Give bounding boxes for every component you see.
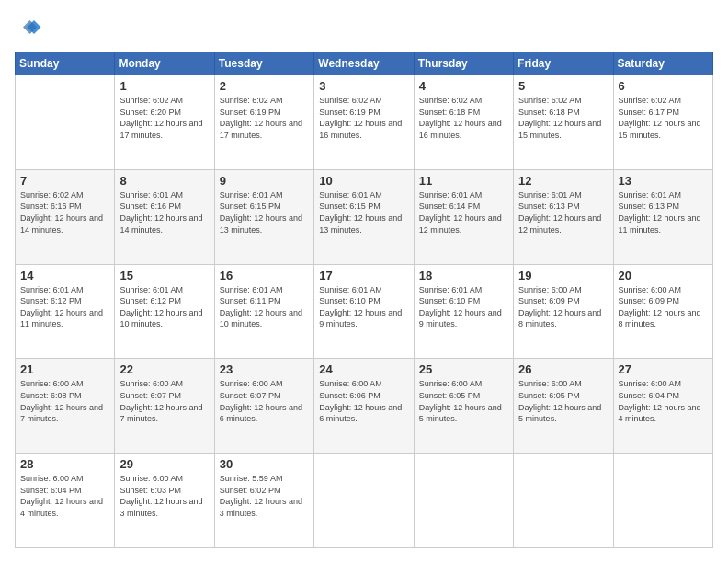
calendar-cell: 2Sunrise: 6:02 AMSunset: 6:19 PMDaylight…: [214, 75, 313, 170]
day-number: 15: [119, 269, 209, 282]
calendar-cell: 21Sunrise: 6:00 AMSunset: 6:08 PMDayligh…: [16, 359, 115, 454]
weekday-header-tuesday: Tuesday: [214, 52, 313, 75]
calendar-cell: 7Sunrise: 6:02 AMSunset: 6:16 PMDaylight…: [16, 169, 115, 264]
day-info: Sunrise: 6:00 AMSunset: 6:03 PMDaylight:…: [119, 473, 209, 519]
day-number: 2: [220, 79, 309, 93]
day-info: Sunrise: 5:59 AMSunset: 6:02 PMDaylight:…: [220, 473, 309, 519]
calendar-cell: 9Sunrise: 6:01 AMSunset: 6:15 PMDaylight…: [214, 169, 313, 264]
day-number: 3: [319, 79, 408, 93]
day-info: Sunrise: 6:02 AMSunset: 6:19 PMDaylight:…: [319, 95, 408, 141]
calendar-cell: 10Sunrise: 6:01 AMSunset: 6:15 PMDayligh…: [314, 169, 414, 264]
calendar-cell: 19Sunrise: 6:00 AMSunset: 6:09 PMDayligh…: [514, 264, 613, 359]
day-info: Sunrise: 6:01 AMSunset: 6:16 PMDaylight:…: [119, 190, 209, 236]
day-info: Sunrise: 6:01 AMSunset: 6:13 PMDaylight:…: [619, 190, 708, 236]
calendar-cell: 11Sunrise: 6:01 AMSunset: 6:14 PMDayligh…: [414, 169, 513, 264]
day-number: 28: [20, 457, 109, 471]
calendar-cell: 18Sunrise: 6:01 AMSunset: 6:10 PMDayligh…: [414, 264, 513, 359]
day-number: 7: [20, 174, 109, 188]
weekday-header-row: SundayMondayTuesdayWednesdayThursdayFrid…: [16, 52, 713, 75]
day-number: 9: [220, 174, 309, 188]
calendar-cell: 23Sunrise: 6:00 AMSunset: 6:07 PMDayligh…: [214, 359, 313, 454]
day-number: 26: [518, 362, 608, 376]
day-info: Sunrise: 6:00 AMSunset: 6:05 PMDaylight:…: [419, 378, 508, 424]
weekday-header-saturday: Saturday: [613, 52, 712, 75]
day-info: Sunrise: 6:01 AMSunset: 6:12 PMDaylight:…: [20, 284, 109, 330]
day-number: 30: [220, 457, 309, 471]
calendar-cell: 27Sunrise: 6:00 AMSunset: 6:04 PMDayligh…: [613, 359, 712, 454]
calendar-cell: [16, 75, 115, 170]
calendar-cell: 16Sunrise: 6:01 AMSunset: 6:11 PMDayligh…: [214, 264, 313, 359]
calendar-cell: 12Sunrise: 6:01 AMSunset: 6:13 PMDayligh…: [514, 169, 613, 264]
calendar-cell: 15Sunrise: 6:01 AMSunset: 6:12 PMDayligh…: [115, 264, 214, 359]
calendar-cell: 1Sunrise: 6:02 AMSunset: 6:20 PMDaylight…: [115, 75, 214, 170]
day-number: 23: [220, 362, 309, 376]
calendar-week-3: 14Sunrise: 6:01 AMSunset: 6:12 PMDayligh…: [16, 264, 713, 359]
day-info: Sunrise: 6:01 AMSunset: 6:11 PMDaylight:…: [220, 284, 309, 330]
day-info: Sunrise: 6:01 AMSunset: 6:15 PMDaylight:…: [319, 190, 408, 236]
day-info: Sunrise: 6:01 AMSunset: 6:10 PMDaylight:…: [419, 284, 508, 330]
calendar-cell: 25Sunrise: 6:00 AMSunset: 6:05 PMDayligh…: [414, 359, 513, 454]
calendar-cell: 29Sunrise: 6:00 AMSunset: 6:03 PMDayligh…: [115, 454, 214, 548]
day-info: Sunrise: 6:00 AMSunset: 6:08 PMDaylight:…: [20, 378, 109, 424]
day-number: 29: [119, 457, 209, 471]
day-info: Sunrise: 6:02 AMSunset: 6:19 PMDaylight:…: [220, 95, 309, 141]
day-number: 22: [119, 362, 209, 376]
day-info: Sunrise: 6:02 AMSunset: 6:20 PMDaylight:…: [119, 95, 209, 141]
calendar-cell: 28Sunrise: 6:00 AMSunset: 6:04 PMDayligh…: [16, 454, 115, 548]
day-number: 12: [518, 174, 608, 188]
calendar-cell: 5Sunrise: 6:02 AMSunset: 6:18 PMDaylight…: [514, 75, 613, 170]
weekday-header-sunday: Sunday: [16, 52, 115, 75]
logo: [15, 15, 46, 42]
calendar-cell: 17Sunrise: 6:01 AMSunset: 6:10 PMDayligh…: [314, 264, 414, 359]
calendar-cell: 3Sunrise: 6:02 AMSunset: 6:19 PMDaylight…: [314, 75, 414, 170]
day-number: 20: [619, 269, 708, 282]
calendar-cell: 13Sunrise: 6:01 AMSunset: 6:13 PMDayligh…: [613, 169, 712, 264]
day-number: 16: [220, 269, 309, 282]
day-info: Sunrise: 6:01 AMSunset: 6:12 PMDaylight:…: [119, 284, 209, 330]
calendar-cell: 14Sunrise: 6:01 AMSunset: 6:12 PMDayligh…: [16, 264, 115, 359]
day-info: Sunrise: 6:02 AMSunset: 6:17 PMDaylight:…: [619, 95, 708, 141]
page: SundayMondayTuesdayWednesdayThursdayFrid…: [0, 0, 728, 563]
day-number: 14: [20, 269, 109, 282]
calendar-cell: [613, 454, 712, 548]
day-number: 6: [619, 79, 708, 93]
day-info: Sunrise: 6:00 AMSunset: 6:09 PMDaylight:…: [518, 284, 608, 330]
calendar-cell: [514, 454, 613, 548]
day-number: 8: [119, 174, 209, 188]
day-number: 5: [518, 79, 608, 93]
calendar-week-4: 21Sunrise: 6:00 AMSunset: 6:08 PMDayligh…: [16, 359, 713, 454]
calendar-cell: [314, 454, 414, 548]
day-number: 19: [518, 269, 608, 282]
day-info: Sunrise: 6:02 AMSunset: 6:18 PMDaylight:…: [518, 95, 608, 141]
weekday-header-monday: Monday: [115, 52, 214, 75]
calendar-week-2: 7Sunrise: 6:02 AMSunset: 6:16 PMDaylight…: [16, 169, 713, 264]
day-info: Sunrise: 6:00 AMSunset: 6:04 PMDaylight:…: [619, 378, 708, 424]
weekday-header-friday: Friday: [514, 52, 613, 75]
day-info: Sunrise: 6:00 AMSunset: 6:04 PMDaylight:…: [20, 473, 109, 519]
day-number: 13: [619, 174, 708, 188]
day-info: Sunrise: 6:01 AMSunset: 6:13 PMDaylight:…: [518, 190, 608, 236]
calendar-cell: 24Sunrise: 6:00 AMSunset: 6:06 PMDayligh…: [314, 359, 414, 454]
day-number: 24: [319, 362, 408, 376]
calendar-cell: 8Sunrise: 6:01 AMSunset: 6:16 PMDaylight…: [115, 169, 214, 264]
day-info: Sunrise: 6:00 AMSunset: 6:06 PMDaylight:…: [319, 378, 408, 424]
day-info: Sunrise: 6:00 AMSunset: 6:07 PMDaylight:…: [119, 378, 209, 424]
weekday-header-thursday: Thursday: [414, 52, 513, 75]
day-number: 18: [419, 269, 508, 282]
day-info: Sunrise: 6:01 AMSunset: 6:14 PMDaylight:…: [419, 190, 508, 236]
calendar-cell: [414, 454, 513, 548]
calendar-cell: 4Sunrise: 6:02 AMSunset: 6:18 PMDaylight…: [414, 75, 513, 170]
weekday-header-wednesday: Wednesday: [314, 52, 414, 75]
calendar-table: SundayMondayTuesdayWednesdayThursdayFrid…: [15, 52, 713, 548]
day-info: Sunrise: 6:01 AMSunset: 6:15 PMDaylight:…: [220, 190, 309, 236]
calendar-cell: 26Sunrise: 6:00 AMSunset: 6:05 PMDayligh…: [514, 359, 613, 454]
day-number: 10: [319, 174, 408, 188]
day-info: Sunrise: 6:02 AMSunset: 6:16 PMDaylight:…: [20, 190, 109, 236]
calendar-week-1: 1Sunrise: 6:02 AMSunset: 6:20 PMDaylight…: [16, 75, 713, 170]
logo-icon: [15, 15, 42, 42]
day-info: Sunrise: 6:00 AMSunset: 6:09 PMDaylight:…: [619, 284, 708, 330]
calendar-cell: 6Sunrise: 6:02 AMSunset: 6:17 PMDaylight…: [613, 75, 712, 170]
calendar-week-5: 28Sunrise: 6:00 AMSunset: 6:04 PMDayligh…: [16, 454, 713, 548]
header: [15, 15, 713, 42]
day-info: Sunrise: 6:00 AMSunset: 6:05 PMDaylight:…: [518, 378, 608, 424]
